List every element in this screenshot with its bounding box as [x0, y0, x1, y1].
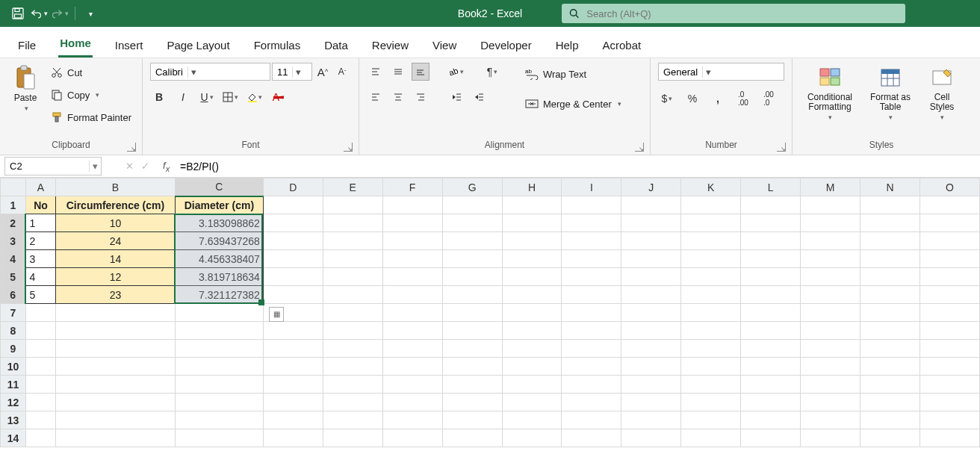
row-header-5[interactable]: 5 [1, 268, 26, 286]
column-header-A[interactable]: A [25, 178, 55, 196]
tab-acrobat[interactable]: Acrobat [601, 31, 643, 58]
align-center[interactable] [389, 88, 407, 106]
tab-review[interactable]: Review [370, 31, 410, 58]
cell-O1[interactable] [919, 196, 979, 214]
cell-D6[interactable] [263, 286, 323, 304]
cell-K13[interactable] [681, 411, 741, 429]
cell-F9[interactable] [382, 340, 442, 358]
row-header-8[interactable]: 8 [1, 322, 26, 340]
cell-K9[interactable] [681, 340, 741, 358]
cell-D10[interactable] [263, 358, 323, 376]
alignment-dialog-launcher[interactable] [635, 143, 644, 152]
cell-M1[interactable] [801, 196, 860, 214]
cell-D4[interactable] [263, 250, 323, 268]
row-header-2[interactable]: 2 [1, 214, 26, 232]
cell-M2[interactable] [801, 214, 860, 232]
cell-C9[interactable] [175, 340, 263, 358]
cell-L6[interactable] [741, 286, 801, 304]
cell-I3[interactable] [562, 232, 621, 250]
save-button[interactable] [9, 4, 27, 22]
column-header-I[interactable]: I [562, 178, 621, 196]
cell-M8[interactable] [801, 322, 860, 340]
copy-button[interactable]: Copy ▾ [48, 85, 134, 105]
tab-page-layout[interactable]: Page Layout [165, 31, 231, 58]
cell-I1[interactable] [562, 196, 621, 214]
cell-K8[interactable] [681, 322, 741, 340]
currency-button[interactable]: $▾ [658, 90, 676, 108]
cell-H9[interactable] [502, 340, 562, 358]
increase-font-size[interactable]: A^ [314, 63, 332, 81]
cell-E13[interactable] [323, 411, 382, 429]
cell-E2[interactable] [323, 214, 382, 232]
cell-M3[interactable] [801, 232, 860, 250]
cell-O9[interactable] [919, 340, 979, 358]
formula-input[interactable] [176, 155, 980, 177]
cell-A13[interactable] [25, 411, 55, 429]
cell-G11[interactable] [442, 376, 502, 394]
cell-A9[interactable] [25, 340, 55, 358]
cell-N12[interactable] [860, 394, 920, 411]
cell-D14[interactable] [263, 429, 323, 447]
cell-M9[interactable] [801, 340, 860, 358]
cell-L10[interactable] [741, 358, 801, 376]
cell-O8[interactable] [919, 322, 979, 340]
italic-button[interactable]: I [174, 88, 192, 106]
cell-O13[interactable] [919, 411, 979, 429]
row-header-11[interactable]: 11 [1, 376, 26, 394]
cell-H13[interactable] [502, 411, 562, 429]
cell-N11[interactable] [860, 376, 920, 394]
cell-J11[interactable] [621, 376, 681, 394]
cell-J8[interactable] [621, 322, 681, 340]
worksheet-grid[interactable]: ABCDEFGHIJKLMNO1NoCircumference (cm)Diam… [0, 178, 980, 447]
align-top[interactable] [367, 63, 385, 81]
cell-C10[interactable] [175, 358, 263, 376]
cell-O5[interactable] [919, 268, 979, 286]
cell-D13[interactable] [263, 411, 323, 429]
cell-C1[interactable]: Diameter (cm) [175, 196, 263, 214]
align-middle[interactable] [389, 63, 407, 81]
cell-I6[interactable] [562, 286, 621, 304]
row-header-1[interactable]: 1 [1, 196, 26, 214]
cell-O2[interactable] [919, 214, 979, 232]
tab-view[interactable]: View [431, 31, 458, 58]
tab-home[interactable]: Home [58, 29, 93, 58]
cell-E4[interactable] [323, 250, 382, 268]
font-name-dropdown[interactable]: Calibri▾ [150, 63, 270, 81]
cell-M5[interactable] [801, 268, 860, 286]
cell-G8[interactable] [442, 322, 502, 340]
font-dialog-launcher[interactable] [344, 143, 353, 152]
cell-I10[interactable] [562, 358, 621, 376]
cell-H2[interactable] [502, 214, 562, 232]
cell-I11[interactable] [562, 376, 621, 394]
undo-button[interactable]: ▾ [30, 4, 48, 22]
cell-F8[interactable] [382, 322, 442, 340]
format-as-table-button[interactable]: Format as Table▾ [866, 63, 915, 122]
cell-E8[interactable] [323, 322, 382, 340]
cell-K2[interactable] [681, 214, 741, 232]
cell-N13[interactable] [860, 411, 920, 429]
cell-A1[interactable]: No [25, 196, 55, 214]
column-header-L[interactable]: L [741, 178, 801, 196]
cell-C5[interactable]: 3.819718634 [175, 268, 263, 286]
cell-G9[interactable] [442, 340, 502, 358]
merge-center-button[interactable]: Merge & Center ▾ [522, 94, 624, 114]
qat-customize[interactable]: ▾ [81, 4, 99, 22]
cell-B11[interactable] [55, 376, 175, 394]
cell-F4[interactable] [382, 250, 442, 268]
cell-E11[interactable] [323, 376, 382, 394]
cell-G13[interactable] [442, 411, 502, 429]
cut-button[interactable]: Cut [48, 63, 134, 82]
cell-H1[interactable] [502, 196, 562, 214]
cell-A2[interactable]: 1 [25, 214, 55, 232]
column-header-J[interactable]: J [621, 178, 681, 196]
cell-N1[interactable] [860, 196, 920, 214]
cell-N4[interactable] [860, 250, 920, 268]
column-header-D[interactable]: D [263, 178, 323, 196]
cell-O14[interactable] [919, 429, 979, 447]
cell-C8[interactable] [175, 322, 263, 340]
cell-K7[interactable] [681, 304, 741, 322]
conditional-formatting-button[interactable]: Conditional Formatting▾ [800, 63, 860, 122]
cell-B10[interactable] [55, 358, 175, 376]
cell-A11[interactable] [25, 376, 55, 394]
increase-indent[interactable] [470, 88, 488, 106]
